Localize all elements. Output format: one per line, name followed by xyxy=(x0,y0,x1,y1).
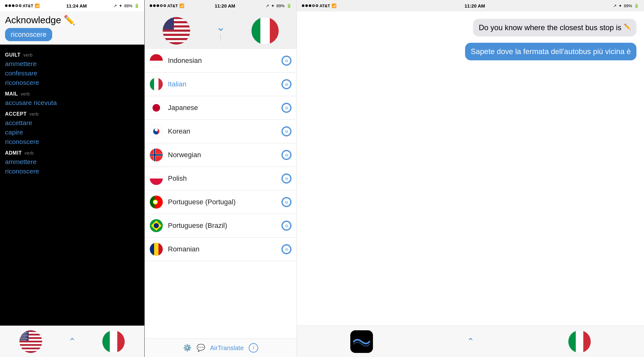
chat-bubble-sent-1[interactable]: Sapete dove la fermata dell'autobus più … xyxy=(465,43,636,60)
source-flag-2[interactable] xyxy=(163,17,190,45)
svg-point-61 xyxy=(153,104,160,112)
dot2-4 xyxy=(160,4,163,7)
lang-name-portuguese-portugal: Portuguese (Portugal) xyxy=(168,198,276,206)
svg-rect-72 xyxy=(150,154,163,156)
battery-icon-3: 🔋 xyxy=(634,3,639,8)
info-btn-korean[interactable]: ⊖ xyxy=(281,126,291,136)
svg-point-87 xyxy=(154,223,159,228)
dot3 xyxy=(12,4,14,7)
svg-rect-97 xyxy=(583,330,591,353)
info-icon-korean: ⊖ xyxy=(282,127,291,136)
swap-arrow-3[interactable]: ⌃ xyxy=(467,336,474,347)
dict-item-ammettere-1[interactable]: ammettere xyxy=(5,59,139,69)
svg-rect-40 xyxy=(163,38,190,40)
target-flag-1[interactable] xyxy=(102,330,125,353)
dot3-3 xyxy=(309,4,311,7)
panel3-bottom-bar: ⌃ xyxy=(297,326,644,357)
flag-polish xyxy=(150,172,163,185)
lang-name-polish: Polish xyxy=(168,174,276,183)
dict-item-riconoscere-3[interactable]: riconoscere xyxy=(5,167,139,176)
dictionary-panel: AT&T 📶 11:24 AM ↗ ✦ 88% 🔋 Acknowledge ✏️… xyxy=(0,0,145,357)
svg-rect-30 xyxy=(163,17,190,19)
language-header: ⌄ xyxy=(145,11,297,49)
lang-item-portuguese-portugal[interactable]: Portuguese (Portugal) ⊖ xyxy=(145,190,297,214)
section-guilt-pos: verb xyxy=(23,52,32,58)
lang-name-portuguese-brazil: Portuguese (Brazil) xyxy=(168,222,276,230)
svg-rect-56 xyxy=(154,78,158,91)
status-right-2: ↗ ✦ 89% 🔋 xyxy=(266,3,291,8)
status-left-1: AT&T 📶 xyxy=(5,3,40,8)
svg-rect-10 xyxy=(19,346,42,348)
info-btn-norwegian[interactable]: ⊖ xyxy=(281,150,291,160)
lang-item-romanian[interactable]: Romanian ⊖ xyxy=(145,238,297,261)
lang-item-portuguese-brazil[interactable]: Portuguese (Brazil) ⊖ xyxy=(145,214,297,238)
info-btn-portuguese-brazil[interactable]: ⊖ xyxy=(281,221,291,231)
bluetooth-icon-2: ✦ xyxy=(271,3,275,8)
wifi-icon-1: 📶 xyxy=(35,3,40,8)
dot2 xyxy=(8,4,11,7)
dict-section-accept: ACCEPT verb xyxy=(5,111,139,117)
info-btn-romanian[interactable]: ⊖ xyxy=(281,244,291,254)
info-btn-italian[interactable]: ⊖ xyxy=(281,79,291,89)
section-accept-title: ACCEPT xyxy=(5,111,27,117)
lang-item-italian[interactable]: Italian ⊖ xyxy=(145,73,297,96)
dot2-2 xyxy=(153,4,156,7)
lang-item-indonesian[interactable]: Indonesian ⊖ xyxy=(145,49,297,73)
app-logo[interactable] xyxy=(350,330,373,353)
dict-item-riconoscere-1[interactable]: riconoscere xyxy=(5,78,139,87)
svg-rect-42 xyxy=(163,42,190,45)
dict-section-mail: MAIL verb xyxy=(5,91,139,97)
svg-rect-8 xyxy=(19,342,42,344)
app-name[interactable]: AirTranslate xyxy=(210,344,244,352)
edit-icon-message-1[interactable]: ✏️ xyxy=(624,23,631,30)
info-btn-portuguese-portugal[interactable]: ⊖ xyxy=(281,197,291,207)
panel2-footer: ⚙️ 💬 AirTranslate i xyxy=(145,338,297,357)
carrier-2: AT&T xyxy=(167,3,178,8)
dict-item-riconoscere-2[interactable]: riconoscere xyxy=(5,137,139,146)
svg-rect-52 xyxy=(150,61,163,67)
info-button[interactable]: i xyxy=(249,343,258,353)
lang-name-norwegian: Norwegian xyxy=(168,151,276,159)
time-2: 11:20 AM xyxy=(215,3,235,8)
edit-icon[interactable]: ✏️ xyxy=(64,14,75,25)
target-flag-3[interactable] xyxy=(568,330,591,353)
lang-item-japanese[interactable]: Japanese ⊖ xyxy=(145,96,297,120)
dict-item-ammettere-2[interactable]: ammettere xyxy=(5,157,139,167)
status-bar-2: AT&T 📶 11:20 AM ↗ ✦ 89% 🔋 xyxy=(145,0,297,11)
svg-rect-90 xyxy=(150,243,154,256)
dot3-4 xyxy=(312,4,315,7)
settings-icon[interactable]: ⚙️ xyxy=(183,344,192,352)
signal-dots-1 xyxy=(5,4,21,7)
dictionary-content: GUILT verb ammettere confessare riconosc… xyxy=(0,45,144,326)
info-btn-indonesian[interactable]: ⊖ xyxy=(281,56,291,66)
svg-rect-11 xyxy=(19,348,42,349)
lang-item-korean[interactable]: Korean ⊖ xyxy=(145,120,297,143)
swap-arrow-1[interactable]: ⌃ xyxy=(69,336,76,347)
svg-rect-48 xyxy=(270,17,279,45)
chat-bubble-received-1[interactable]: Do you know where the closest bus stop i… xyxy=(473,19,636,36)
status-right-3: ↗ ✦ 89% 🔋 xyxy=(613,3,639,8)
info-btn-polish[interactable]: ⊖ xyxy=(281,173,291,184)
dict-item-capire[interactable]: capire xyxy=(5,128,139,137)
source-flag-1[interactable]: ★★★★★★ ★★★★★ ★★★★★★ ★★★★★ ★★★★★★ ★★★★★ xyxy=(19,330,42,353)
dict-section-admit: ADMIT verb xyxy=(5,150,139,156)
dict-item-confessare[interactable]: confessare xyxy=(5,69,139,78)
chevron-down-arrow[interactable]: ⌄ xyxy=(216,21,225,33)
wifi-icon-3: 📶 xyxy=(331,3,336,8)
time-3: 11:20 AM xyxy=(464,3,485,8)
lang-item-polish[interactable]: Polish ⊖ xyxy=(145,167,297,190)
battery-1: 88% xyxy=(124,3,132,8)
svg-rect-39 xyxy=(163,36,190,38)
signal-dots-3 xyxy=(302,4,318,7)
target-flag-2[interactable] xyxy=(251,17,279,45)
flag-romanian xyxy=(150,243,163,256)
info-btn-japanese[interactable]: ⊖ xyxy=(281,103,291,113)
dict-item-accusare[interactable]: accusare ricevuta xyxy=(5,98,139,107)
time-1: 11:24 AM xyxy=(66,3,87,8)
info-icon-romanian: ⊖ xyxy=(282,245,291,254)
lang-item-norwegian[interactable]: Norwegian ⊖ xyxy=(145,143,297,167)
dict-item-accettare[interactable]: accettare xyxy=(5,118,139,128)
lang-name-japanese: Japanese xyxy=(168,104,276,112)
section-accept-pos: verb xyxy=(30,112,39,117)
flag-separator xyxy=(220,35,221,41)
